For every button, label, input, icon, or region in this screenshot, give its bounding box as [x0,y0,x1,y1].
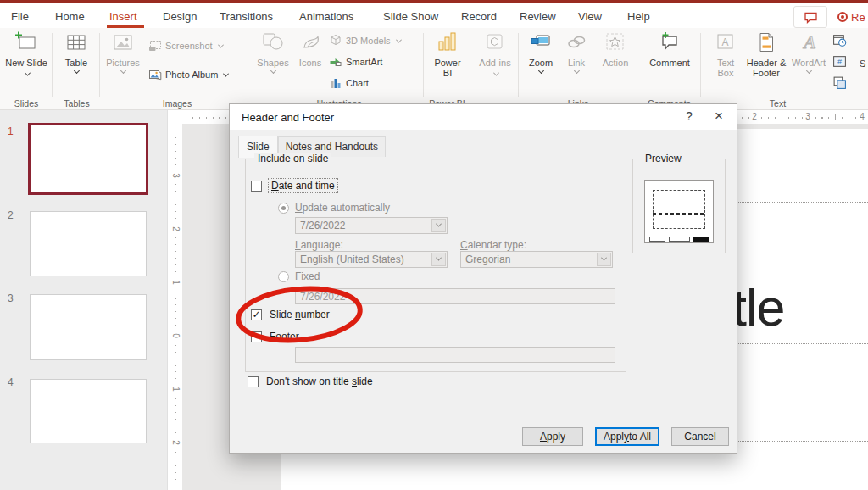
zoom-button[interactable]: Zoom [524,31,558,73]
calendar-type-dropdown[interactable]: Gregorian [460,251,613,268]
insert-object-button[interactable] [832,75,847,90]
menu-view[interactable]: View [576,8,604,25]
new-slide-icon [5,31,47,58]
menu-insert[interactable]: Insert [107,8,140,25]
vruler-label: 1 [170,276,181,288]
add-ins-button[interactable]: Add-ins [476,31,514,78]
menu-help[interactable]: Help [625,8,653,25]
date-time-icon [832,33,847,47]
pictures-button[interactable]: Pictures [104,31,142,73]
icons-label: Icons [299,58,321,68]
slide-number-button[interactable]: # [832,54,847,69]
apply-to-all-button[interactable]: Apply to All [595,427,659,446]
dialog-titlebar[interactable]: Header and Footer ? × [230,104,737,130]
photo-album-button[interactable]: Photo Album [148,68,228,81]
slide-number-checkbox[interactable]: ✓ [251,309,262,320]
record-icon [837,12,848,22]
wordart-button[interactable]: A WordArt [790,31,827,73]
text-box-button[interactable]: A Text Box [709,31,743,78]
group-label-slides: Slides [0,98,53,109]
ribbon-insert-tab: New Slide Slides Table Tables [0,28,868,110]
svg-text:A: A [802,31,815,53]
text-box-icon: A [709,31,743,58]
menu-record[interactable]: Record [459,8,499,25]
comment-button[interactable]: Comment [643,31,696,68]
table-button[interactable]: Table [57,31,96,73]
slide-number-icon: # [832,54,847,69]
slide-number-3: 3 [8,292,14,304]
dropdown-arrow-icon[interactable] [431,253,446,266]
svg-text:A: A [721,36,728,48]
slide-title-fragment[interactable]: tle [732,278,784,337]
chart-button[interactable]: Chart [329,76,369,90]
slide-thumbnail-2[interactable] [30,211,147,276]
fixed-date-input[interactable]: 7/26/2022 [295,288,615,304]
language-dropdown[interactable]: English (United States) [295,251,448,268]
fixed-radio[interactable] [278,271,289,282]
dialog-help-button[interactable]: ? [682,109,696,123]
menu-home[interactable]: Home [53,8,87,25]
dialog-close-button[interactable]: × [711,108,726,125]
slide-number-label[interactable]: Slide number [270,309,330,320]
comments-button[interactable] [793,6,827,28]
3d-models-button[interactable]: 3D Models [329,34,401,47]
slide-number-4: 4 [8,376,14,388]
date-format-value: 7/26/2022 [300,220,345,231]
footer-checkbox[interactable] [251,331,262,342]
new-slide-button[interactable]: New Slide [5,31,47,78]
icons-button[interactable]: Icons [293,31,327,68]
power-bi-button[interactable]: Power BI [429,31,466,78]
menu-design[interactable]: Design [160,8,199,25]
record-button[interactable]: Re [837,8,868,26]
menu-slide-show[interactable]: Slide Show [381,8,441,25]
update-automatically-radio[interactable] [278,203,289,214]
chart-label: Chart [346,78,369,88]
menu-file[interactable]: File [8,8,31,25]
cancel-button[interactable]: Cancel [671,427,729,446]
fixed-label: Fixed [295,270,320,282]
powerpoint-window: File Home Insert Design Transitions Anim… [0,0,868,490]
ribbon-group-illustrations: Shapes Icons 3D Models [254,28,424,109]
hruler-label: 2 [749,112,760,122]
smartart-button[interactable]: SmartArt [329,55,382,69]
date-format-dropdown[interactable]: 7/26/2022 [295,217,448,234]
footer-input[interactable] [295,347,615,363]
chevron-down-icon [120,68,125,74]
chevron-down-icon [270,68,275,74]
apply-button[interactable]: Apply [522,427,583,446]
shapes-icon [254,31,292,58]
slide-thumbnail-4[interactable] [30,379,147,443]
shapes-button[interactable]: Shapes [254,31,292,73]
link-button[interactable]: Link [561,31,592,73]
dont-show-on-title-slide-label[interactable]: Don't show on title slide [266,376,373,387]
dropdown-arrow-icon[interactable] [597,253,611,266]
hruler-label: 3 [803,112,813,122]
chevron-down-icon [25,70,31,76]
action-icon [595,31,636,58]
menu-review[interactable]: Review [517,8,559,25]
menu-transitions[interactable]: Transitions [217,8,275,25]
ribbon-group-links: Zoom Link [519,28,637,109]
dont-show-on-title-slide-checkbox[interactable] [248,376,259,387]
menubar: File Home Insert Design Transitions Anim… [0,3,868,28]
link-label: Link [568,58,585,68]
menu-animations[interactable]: Animations [297,8,356,25]
date-and-time-checkbox[interactable] [251,181,262,192]
header-footer-icon [746,31,787,58]
preview-footer-slot [669,237,690,242]
date-time-button[interactable] [832,33,847,47]
dropdown-arrow-icon[interactable] [431,219,446,232]
footer-label[interactable]: Footer [270,331,299,342]
wordart-icon: A [790,31,827,58]
smartart-icon [329,55,342,69]
table-label: Table [65,58,87,68]
screenshot-button[interactable]: Screenshot [148,39,223,53]
preview-slide-number-slot [693,237,709,242]
date-and-time-label[interactable]: Date and time [268,178,338,193]
slide-thumbnail-1[interactable] [28,123,148,195]
shapes-label: Shapes [257,58,288,68]
header-footer-button[interactable]: Header & Footer [746,31,787,78]
action-button[interactable]: Action [595,31,636,68]
chevron-down-icon [223,70,229,76]
slide-thumbnail-3[interactable] [30,294,147,360]
